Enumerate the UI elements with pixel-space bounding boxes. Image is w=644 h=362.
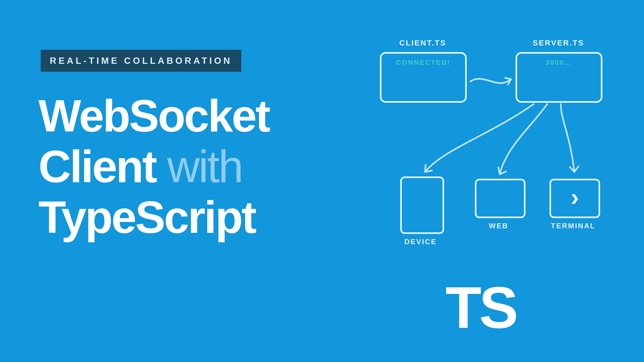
headline-line2-dim: with (167, 141, 242, 192)
stage: REAL-TIME COLLABORATION WebSocket Client… (0, 0, 644, 362)
headline: WebSocket Client with TypeScript (38, 91, 269, 242)
typescript-logo-text: TS (446, 274, 516, 341)
headline-line2-primary: Client (38, 141, 167, 192)
headline-line2: Client with (38, 141, 269, 192)
category-badge: REAL-TIME COLLABORATION (41, 50, 241, 72)
diagram-arrows (371, 39, 631, 247)
architecture-diagram: CLIENT.TS SERVER.TS CONNECTED! 3000... D… (371, 39, 631, 247)
headline-line1: WebSocket (38, 91, 269, 141)
headline-line3: TypeScript (38, 192, 269, 242)
